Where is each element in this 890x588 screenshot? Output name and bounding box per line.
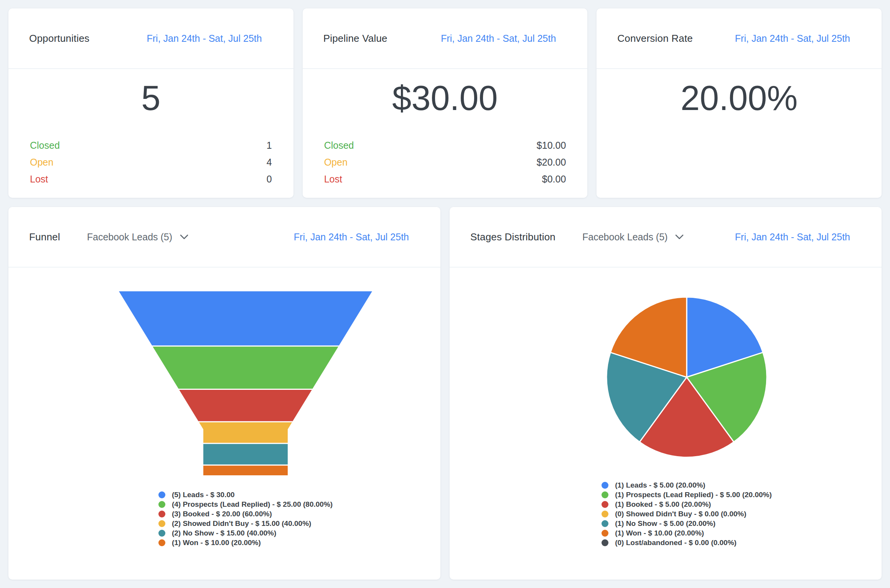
card-title: Pipeline Value — [323, 33, 387, 44]
legend-item-leads[interactable]: (1) Leads - $ 5.00 (20.00%) — [602, 480, 772, 490]
pipeline-total-value: $30.00 — [303, 80, 588, 116]
stat-row-label: Closed — [30, 140, 60, 151]
stat-row-label: Open — [30, 157, 53, 168]
funnel-segment-prospects-lead-replied[interactable] — [153, 347, 338, 389]
pipeline-filter-dropdown[interactable]: Facebook Leads (5) — [582, 232, 684, 243]
funnel-segment-showed-didn-t-buy[interactable] — [199, 422, 292, 443]
legend-dot-icon — [158, 501, 165, 508]
funnel-segment-no-show[interactable] — [203, 444, 288, 465]
stages-legend: (1) Leads - $ 5.00 (20.00%)(1) Prospects… — [602, 480, 772, 547]
legend-item-no-show[interactable]: (1) No Show - $ 5.00 (20.00%) — [602, 519, 772, 528]
legend-dot-icon — [602, 491, 608, 498]
legend-dot-icon — [602, 501, 608, 508]
dashboard-page: Opportunities Fri, Jan 24th - Sat, Jul 2… — [0, 0, 890, 588]
card-title: Stages Distribution — [470, 231, 555, 243]
pipeline-breakdown: Closed$10.00Open$20.00Lost$0.00 — [303, 137, 588, 187]
funnel-chart-block: (5) Leads - $ 30.00(4) Prospects (Lead R… — [111, 268, 380, 547]
legend-dot-icon — [158, 530, 165, 537]
funnel-segment-won[interactable] — [203, 466, 288, 475]
legend-dot-icon — [158, 491, 165, 498]
date-range-filter[interactable]: Fri, Jan 24th - Sat, Jul 25th — [441, 33, 556, 44]
stat-row-open: Open$20.00 — [324, 154, 566, 171]
date-range-filter[interactable]: Fri, Jan 24th - Sat, Jul 25th — [147, 33, 262, 44]
legend-dot-icon — [602, 520, 608, 527]
stages-distribution-card: Stages Distribution Facebook Leads (5) F… — [450, 207, 882, 580]
legend-item-label: (1) Won - $ 10.00 (20.00%) — [615, 529, 704, 537]
legend-item-booked[interactable]: (3) Booked - $ 20.00 (60.00%) — [158, 509, 333, 519]
stat-cards-row: Opportunities Fri, Jan 24th - Sat, Jul 2… — [8, 8, 882, 198]
legend-item-label: (1) Booked - $ 5.00 (20.00%) — [615, 500, 711, 509]
opportunities-total-value: 5 — [8, 80, 293, 116]
conversion-rate-card: Conversion Rate Fri, Jan 24th - Sat, Jul… — [597, 8, 882, 198]
card-title: Opportunities — [29, 33, 89, 44]
opportunities-breakdown: Closed1Open4Lost0 — [8, 137, 293, 187]
stages-chart-block: (1) Leads - $ 5.00 (20.00%)(1) Prospects… — [602, 268, 772, 547]
legend-item-lost-abandoned[interactable]: (0) Lost/abandoned - $ 0.00 (0.00%) — [602, 538, 772, 547]
legend-item-prospects-lead-replied[interactable]: (4) Prospects (Lead Replied) - $ 25.00 (… — [158, 499, 333, 509]
stat-row-label: Open — [324, 157, 348, 168]
chevron-down-icon — [675, 234, 684, 240]
legend-item-no-show[interactable]: (2) No Show - $ 15.00 (40.00%) — [158, 528, 333, 538]
stat-row-value: $20.00 — [537, 157, 566, 168]
legend-item-label: (1) Prospects (Lead Replied) - $ 5.00 (2… — [615, 491, 772, 499]
legend-item-showed-didn-t-buy[interactable]: (2) Showed Didn't Buy - $ 15.00 (40.00%) — [158, 519, 333, 528]
opportunities-card-header: Opportunities Fri, Jan 24th - Sat, Jul 2… — [8, 8, 293, 69]
legend-item-leads[interactable]: (5) Leads - $ 30.00 — [158, 490, 333, 499]
stat-row-value: $10.00 — [537, 140, 566, 151]
legend-item-label: (2) Showed Didn't Buy - $ 15.00 (40.00%) — [172, 519, 312, 528]
funnel-card-header: Funnel Facebook Leads (5) Fri, Jan 24th … — [8, 207, 440, 268]
pipeline-value-card-header: Pipeline Value Fri, Jan 24th - Sat, Jul … — [303, 8, 588, 69]
stat-row-label: Lost — [324, 174, 342, 185]
opportunities-card: Opportunities Fri, Jan 24th - Sat, Jul 2… — [8, 8, 293, 198]
date-range-filter[interactable]: Fri, Jan 24th - Sat, Jul 25th — [294, 232, 409, 243]
legend-item-won[interactable]: (1) Won - $ 10.00 (20.00%) — [602, 528, 772, 538]
stat-row-value: 0 — [267, 174, 272, 185]
chart-cards-row: Funnel Facebook Leads (5) Fri, Jan 24th … — [8, 207, 882, 580]
legend-item-label: (1) Leads - $ 5.00 (20.00%) — [615, 481, 705, 489]
stat-row-closed: Closed$10.00 — [324, 137, 566, 154]
legend-item-booked[interactable]: (1) Booked - $ 5.00 (20.00%) — [602, 499, 772, 509]
legend-item-label: (2) No Show - $ 15.00 (40.00%) — [172, 529, 276, 537]
legend-item-label: (0) Showed Didn't Buy - $ 0.00 (0.00%) — [615, 510, 746, 518]
legend-dot-icon — [602, 530, 608, 537]
stat-row-label: Lost — [30, 174, 48, 185]
card-title: Conversion Rate — [617, 33, 693, 44]
stat-row-closed: Closed1 — [30, 137, 272, 154]
funnel-legend: (5) Leads - $ 30.00(4) Prospects (Lead R… — [158, 490, 333, 547]
legend-item-label: (0) Lost/abandoned - $ 0.00 (0.00%) — [615, 539, 737, 547]
legend-item-label: (3) Booked - $ 20.00 (60.00%) — [172, 510, 272, 518]
legend-item-label: (5) Leads - $ 30.00 — [172, 491, 235, 499]
stages-pie-chart — [605, 296, 768, 458]
legend-item-prospects-lead-replied[interactable]: (1) Prospects (Lead Replied) - $ 5.00 (2… — [602, 490, 772, 499]
conversion-rate-card-header: Conversion Rate Fri, Jan 24th - Sat, Jul… — [597, 8, 882, 69]
date-range-filter[interactable]: Fri, Jan 24th - Sat, Jul 25th — [735, 232, 850, 243]
funnel-segment-leads[interactable] — [119, 291, 372, 345]
funnel-chart-area: (5) Leads - $ 30.00(4) Prospects (Lead R… — [8, 268, 440, 547]
pipeline-filter-dropdown[interactable]: Facebook Leads (5) — [87, 232, 188, 243]
legend-dot-icon — [602, 511, 608, 517]
conversion-rate-value: 20.00% — [597, 80, 882, 116]
stat-row-lost: Lost0 — [30, 171, 272, 187]
legend-dot-icon — [602, 539, 608, 546]
date-range-filter[interactable]: Fri, Jan 24th - Sat, Jul 25th — [735, 33, 850, 44]
legend-item-won[interactable]: (1) Won - $ 10.00 (20.00%) — [158, 538, 333, 547]
stat-row-open: Open4 — [30, 154, 272, 171]
legend-dot-icon — [602, 482, 608, 489]
pipeline-filter-label: Facebook Leads (5) — [582, 232, 668, 243]
stat-row-value: 4 — [267, 157, 272, 168]
legend-dot-icon — [158, 539, 165, 546]
pipeline-filter-label: Facebook Leads (5) — [87, 232, 172, 243]
stat-row-lost: Lost$0.00 — [324, 171, 566, 187]
legend-item-label: (1) No Show - $ 5.00 (20.00%) — [615, 519, 715, 528]
card-title: Funnel — [29, 231, 60, 243]
legend-dot-icon — [158, 520, 165, 527]
funnel-segment-booked[interactable] — [179, 390, 312, 421]
funnel-card: Funnel Facebook Leads (5) Fri, Jan 24th … — [8, 207, 440, 580]
pipeline-value-card: Pipeline Value Fri, Jan 24th - Sat, Jul … — [303, 8, 588, 198]
stat-row-value: $0.00 — [542, 174, 566, 185]
funnel-chart — [111, 291, 380, 476]
legend-dot-icon — [158, 511, 165, 517]
stat-row-value: 1 — [267, 140, 272, 151]
stages-distribution-card-header: Stages Distribution Facebook Leads (5) F… — [450, 207, 882, 268]
legend-item-showed-didn-t-buy[interactable]: (0) Showed Didn't Buy - $ 0.00 (0.00%) — [602, 509, 772, 519]
